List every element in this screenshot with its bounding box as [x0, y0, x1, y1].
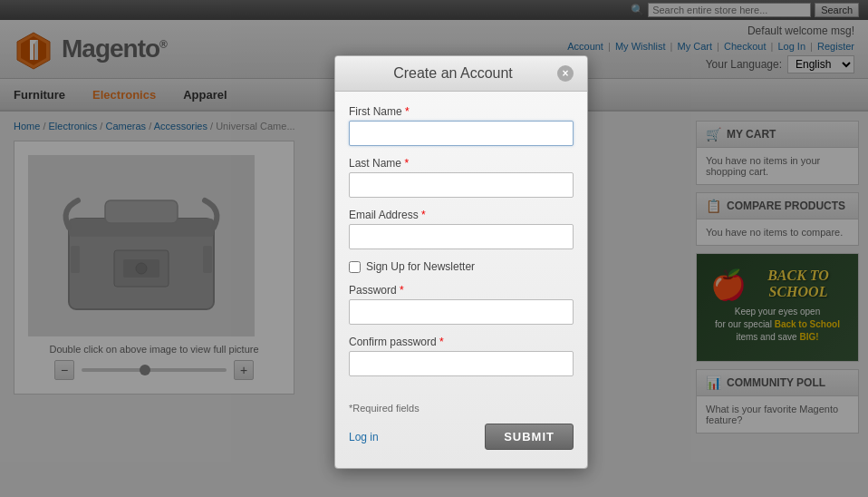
- last-name-input[interactable]: [349, 172, 574, 198]
- modal-footer: Log in SUBMIT: [335, 424, 587, 450]
- modal-body: First Name * Last Name * Email Address *: [335, 92, 587, 401]
- modal-close-button[interactable]: ×: [557, 65, 574, 82]
- password-row: Password *: [349, 284, 574, 325]
- modal-login-link[interactable]: Log in: [349, 431, 379, 443]
- create-account-modal: Create an Account × First Name * Last Na…: [334, 55, 588, 469]
- confirm-password-label: Confirm password *: [349, 336, 574, 348]
- confirm-password-row: Confirm password *: [349, 336, 574, 376]
- submit-button[interactable]: SUBMIT: [485, 424, 574, 450]
- email-row: Email Address *: [349, 209, 574, 249]
- required-note: *Required fields: [349, 403, 420, 414]
- modal-header: Create an Account ×: [335, 56, 587, 92]
- email-label: Email Address *: [349, 209, 574, 221]
- newsletter-label: Sign Up for Newsletter: [366, 260, 475, 273]
- first-name-input[interactable]: [349, 121, 574, 146]
- last-name-row: Last Name *: [349, 157, 574, 198]
- first-name-row: First Name *: [349, 105, 574, 146]
- password-input[interactable]: [349, 299, 574, 325]
- modal-title: Create an Account: [349, 65, 557, 82]
- first-name-label: First Name *: [349, 105, 574, 118]
- password-label: Password *: [349, 284, 574, 297]
- newsletter-row: Sign Up for Newsletter: [349, 260, 574, 273]
- last-name-label: Last Name *: [349, 157, 574, 170]
- confirm-password-input[interactable]: [349, 351, 574, 376]
- email-input[interactable]: [349, 224, 574, 249]
- modal-required-note-area: *Required fields: [335, 401, 587, 424]
- modal-overlay: Create an Account × First Name * Last Na…: [0, 0, 868, 497]
- newsletter-checkbox[interactable]: [349, 261, 361, 273]
